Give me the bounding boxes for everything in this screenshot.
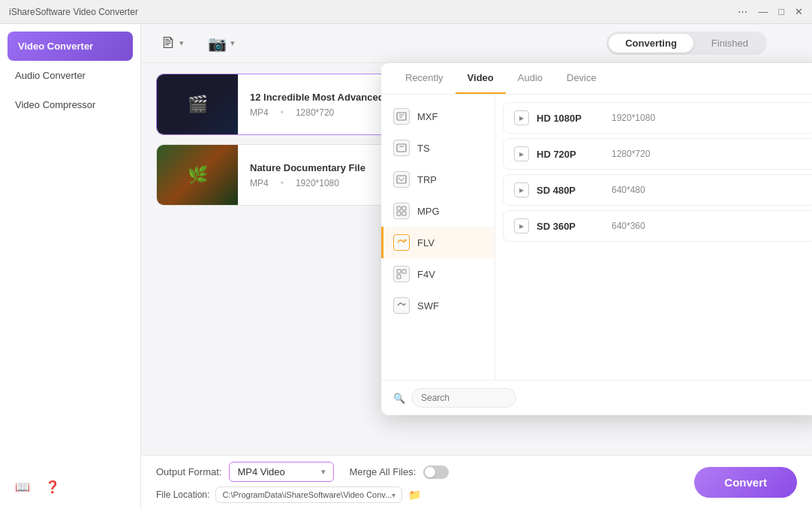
format-item-trp[interactable]: TRP bbox=[381, 164, 495, 195]
svg-rect-13 bbox=[397, 275, 401, 279]
dropdown-tab-audio[interactable]: Audio bbox=[506, 63, 555, 94]
play-icon-hd720: ▶ bbox=[514, 146, 529, 161]
svg-rect-7 bbox=[402, 206, 406, 210]
title-bar: iShareSoftware Video Converter ⋯ — □ ✕ bbox=[0, 0, 812, 24]
help-icon[interactable]: ❓ bbox=[45, 480, 60, 494]
quality-item-hd1080[interactable]: ▶ HD 1080P 1920*1080 bbox=[503, 102, 812, 134]
sidebar-item-video-compressor[interactable]: Video Compressor bbox=[0, 90, 140, 119]
window-controls: ⋯ — □ ✕ bbox=[738, 6, 803, 17]
svg-rect-5 bbox=[397, 176, 406, 183]
options-icon[interactable]: ⋯ bbox=[738, 6, 747, 17]
location-chevron-icon: ▾ bbox=[392, 491, 395, 499]
format-item-swf[interactable]: SWF bbox=[381, 290, 495, 321]
sidebar-item-audio-converter[interactable]: Audio Converter bbox=[0, 61, 140, 90]
mpg-icon bbox=[393, 203, 410, 219]
add-file-chevron: ▾ bbox=[179, 38, 184, 48]
dropdown-tab-video[interactable]: Video bbox=[456, 63, 506, 94]
bottom-bar: Output Format: MP4 Video ▾ Merge All Fil… bbox=[141, 455, 812, 509]
app-layout: Video Converter Audio Converter Video Co… bbox=[0, 24, 812, 509]
location-path-text: C:\ProgramData\iShareSoftware\Video Conv… bbox=[222, 490, 392, 499]
svg-rect-6 bbox=[397, 206, 401, 210]
add-file-icon: 🖹 bbox=[161, 35, 176, 52]
thumb-image-2: 🌿 bbox=[157, 145, 238, 205]
dropdown-body: MXF TS TRP bbox=[381, 95, 812, 380]
format-dropdown-chevron: ▾ bbox=[321, 467, 326, 477]
tab-converting[interactable]: Converting bbox=[609, 34, 693, 53]
file-format-1: MP4 bbox=[250, 107, 269, 118]
add-file-button[interactable]: 🖹 ▾ bbox=[156, 32, 188, 55]
swf-icon bbox=[393, 297, 410, 314]
svg-rect-0 bbox=[397, 113, 406, 120]
file-thumb-2: 🌿 bbox=[157, 145, 238, 205]
output-format-dropdown[interactable]: MP4 Video ▾ bbox=[229, 462, 334, 482]
search-input[interactable] bbox=[411, 388, 516, 408]
close-button[interactable]: ✕ bbox=[795, 6, 803, 17]
merge-toggle[interactable] bbox=[423, 465, 449, 479]
snapshot-button[interactable]: 📷 ▾ bbox=[203, 32, 239, 56]
merge-section: Merge All Files: bbox=[349, 465, 449, 479]
format-list: MXF TS TRP bbox=[381, 95, 495, 380]
mxf-icon bbox=[393, 108, 410, 125]
maximize-button[interactable]: □ bbox=[778, 6, 784, 17]
format-item-flv[interactable]: FLV bbox=[381, 227, 495, 258]
file-resolution-2: 1920*1080 bbox=[296, 178, 339, 188]
sidebar-bottom: 📖 ❓ bbox=[0, 480, 141, 494]
quality-item-hd720[interactable]: ▶ HD 720P 1280*720 bbox=[503, 138, 812, 170]
dropdown-tabs: Recently Video Audio Device bbox=[381, 63, 812, 95]
file-format-2: MP4 bbox=[250, 178, 269, 188]
svg-rect-8 bbox=[397, 212, 401, 215]
ts-icon bbox=[393, 140, 410, 156]
quality-list: ▶ HD 1080P 1920*1080 ▶ HD 720P 1280*720 … bbox=[495, 95, 812, 380]
svg-rect-11 bbox=[397, 270, 401, 273]
tab-switcher: Converting Finished bbox=[606, 32, 767, 55]
file-thumb-1: 🎬 bbox=[157, 74, 238, 134]
output-format-section: Output Format: MP4 Video ▾ Merge All Fil… bbox=[156, 462, 449, 482]
trp-icon bbox=[393, 171, 410, 188]
thumb-image-1: 🎬 bbox=[157, 74, 238, 134]
file-location-path[interactable]: C:\ProgramData\iShareSoftware\Video Conv… bbox=[215, 486, 402, 503]
snapshot-icon: 📷 bbox=[208, 35, 227, 53]
output-format-label: Output Format: bbox=[156, 466, 221, 477]
dropdown-search: 🔍 bbox=[381, 380, 812, 415]
svg-rect-9 bbox=[402, 212, 406, 215]
quality-item-sd480[interactable]: ▶ SD 480P 640*480 bbox=[503, 174, 812, 206]
quality-item-sd360[interactable]: ▶ SD 360P 640*360 bbox=[503, 210, 812, 242]
sidebar-item-video-converter[interactable]: Video Converter bbox=[8, 32, 133, 61]
format-dropdown-value: MP4 Video bbox=[237, 466, 284, 477]
svg-rect-3 bbox=[397, 144, 406, 152]
play-icon-sd480: ▶ bbox=[514, 182, 529, 197]
folder-icon[interactable]: 📁 bbox=[408, 489, 421, 501]
sidebar: Video Converter Audio Converter Video Co… bbox=[0, 24, 141, 509]
book-icon[interactable]: 📖 bbox=[15, 480, 30, 494]
file-resolution-1: 1280*720 bbox=[296, 107, 334, 118]
svg-rect-12 bbox=[402, 270, 406, 273]
format-dropdown-overlay: Recently Video Audio Device bbox=[381, 63, 812, 415]
format-item-f4v[interactable]: F4V bbox=[381, 258, 495, 290]
file-location-label: File Location: bbox=[156, 489, 209, 500]
play-icon-hd1080: ▶ bbox=[514, 110, 529, 125]
flv-icon bbox=[393, 234, 410, 251]
format-item-mpg[interactable]: MPG bbox=[381, 195, 495, 227]
search-icon: 🔍 bbox=[393, 393, 405, 404]
dropdown-tab-recently[interactable]: Recently bbox=[393, 63, 456, 94]
snapshot-chevron: ▾ bbox=[230, 38, 235, 48]
format-item-mxf[interactable]: MXF bbox=[381, 101, 495, 132]
f4v-icon bbox=[393, 266, 410, 282]
window-title: iShareSoftware Video Converter bbox=[9, 7, 138, 17]
dropdown-tab-device[interactable]: Device bbox=[555, 63, 609, 94]
minimize-button[interactable]: — bbox=[758, 6, 768, 17]
play-icon-sd360: ▶ bbox=[514, 218, 529, 233]
main-content: 🖹 ▾ 📷 ▾ Converting Finished bbox=[141, 24, 812, 509]
convert-button[interactable]: Convert bbox=[694, 467, 797, 498]
toolbar: 🖹 ▾ 📷 ▾ Converting Finished bbox=[141, 24, 812, 63]
format-item-ts[interactable]: TS bbox=[381, 132, 495, 164]
svg-point-10 bbox=[404, 239, 407, 242]
merge-label: Merge All Files: bbox=[349, 466, 416, 477]
tab-finished[interactable]: Finished bbox=[695, 34, 765, 53]
